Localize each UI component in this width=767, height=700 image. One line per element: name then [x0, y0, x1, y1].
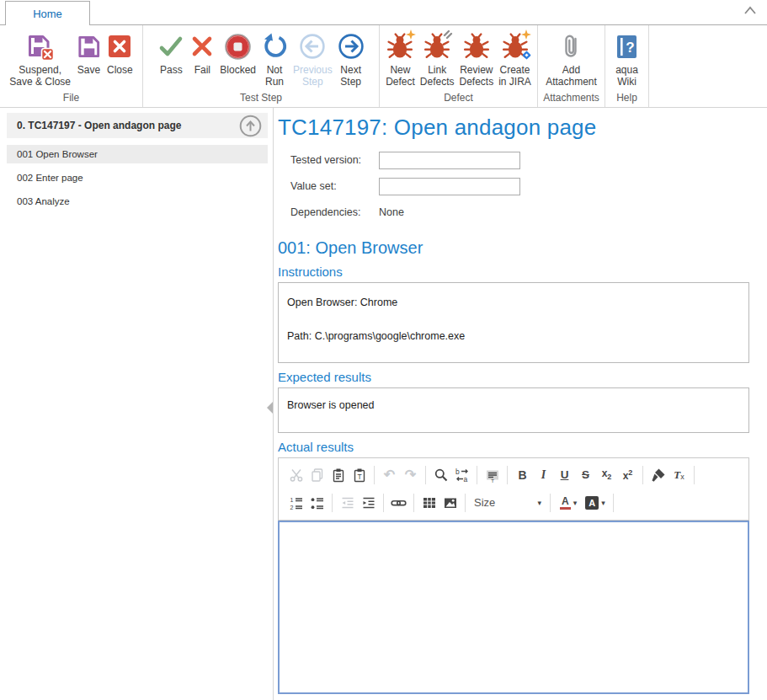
new-defect-button[interactable]: New Defect: [383, 29, 418, 89]
not-run-button[interactable]: Not Run: [258, 29, 290, 89]
ribbon-group-attachments: Add Attachment Attachments: [538, 25, 605, 107]
dependencies-row: Dependencies: None: [290, 203, 749, 222]
blocked-button[interactable]: Blocked: [217, 29, 258, 77]
next-step-button[interactable]: Next Step: [335, 29, 367, 89]
chevron-down-icon: ▾: [573, 499, 578, 507]
jira-diamond-badge-icon: [521, 50, 532, 61]
suspend-save-close-button[interactable]: Suspend, Save & Close: [7, 29, 73, 89]
blocked-stop-icon: [224, 31, 252, 61]
copy-icon: [306, 464, 328, 485]
sidebar-item-step-002[interactable]: 002 Enter page: [7, 168, 268, 187]
next-step-arrow-icon: [338, 31, 365, 61]
tab-home[interactable]: Home: [5, 1, 90, 25]
ribbon-button-label: Link Defects: [420, 64, 455, 88]
pass-button[interactable]: Pass: [155, 29, 187, 77]
ribbon-tab-bar: Home: [0, 0, 767, 25]
copy-formatting-brush-icon[interactable]: [647, 464, 668, 485]
italic-icon[interactable]: I: [533, 464, 554, 485]
bulleted-list-icon[interactable]: [306, 492, 328, 513]
aqua-wiki-button[interactable]: ? aqua Wiki: [612, 29, 642, 89]
sidebar-item-step-001[interactable]: 001 Open Browser: [7, 145, 268, 163]
subscript-icon[interactable]: x2: [596, 464, 617, 485]
numbered-list-icon[interactable]: 12: [285, 492, 306, 513]
app-window: Home Suspend, Save & Clo: [0, 0, 767, 700]
scroll-to-top-circle-icon[interactable]: [239, 115, 262, 137]
page-title: TC147197: Open andagon page: [278, 115, 749, 141]
insert-table-icon[interactable]: [418, 492, 439, 513]
add-attachment-button[interactable]: Add Attachment: [543, 29, 599, 89]
ribbon-button-label: Next Step: [340, 64, 361, 88]
ribbon-button-label: Add Attachment: [546, 64, 597, 88]
toolbar-divider: [477, 466, 477, 484]
toolbar-divider: [550, 494, 551, 512]
link-defects-button[interactable]: Link Defects: [418, 29, 457, 89]
sidebar-item-step-003[interactable]: 003 Analyze: [7, 192, 268, 211]
ribbon-group-label: Defect: [380, 89, 537, 107]
toolbar-divider: [425, 466, 426, 484]
fail-x-icon: [189, 31, 215, 61]
ribbon-button-label: aqua Wiki: [615, 64, 638, 88]
expected-results-box: Browser is opened: [278, 387, 749, 433]
toolbar-divider: [332, 494, 333, 512]
replace-icon[interactable]: ba: [451, 464, 472, 485]
font-size-select-label: Size: [474, 496, 495, 509]
link-defects-bug-icon: [424, 31, 450, 61]
svg-text:a: a: [463, 475, 467, 483]
actual-results-text-area[interactable]: [278, 521, 749, 694]
ribbon-group-label: Test Step: [143, 89, 379, 107]
toolbar-divider: [507, 466, 508, 484]
insert-image-icon[interactable]: [439, 492, 461, 513]
step-list-header[interactable]: 0. TC147197 - Open andagon page: [7, 113, 268, 138]
create-in-jira-button[interactable]: Create in JIRA: [496, 29, 534, 89]
ribbon-group-defect: New Defect Link Defects: [380, 25, 538, 107]
step-list: 001 Open Browser 002 Enter page 003 Anal…: [7, 145, 268, 211]
ribbon-button-label: Review Defects: [460, 64, 494, 88]
paste-plain-text-icon[interactable]: T: [349, 464, 370, 485]
ribbon-group-help: ? aqua Wiki Help: [605, 25, 649, 107]
svg-text:?: ?: [626, 40, 634, 56]
paste-icon[interactable]: [328, 464, 349, 485]
editor-toolbar-row-2: 12: [285, 489, 742, 516]
pass-check-icon: [157, 31, 184, 61]
find-icon[interactable]: [430, 464, 451, 485]
test-step-sidebar: 0. TC147197 - Open andagon page 001 Open…: [7, 113, 268, 216]
strikethrough-icon[interactable]: S: [575, 464, 596, 485]
increase-indent-icon[interactable]: [358, 492, 379, 513]
close-button[interactable]: Close: [104, 29, 136, 77]
sparkle-badge-icon: [406, 29, 416, 40]
remove-format-icon[interactable]: Tx: [668, 464, 690, 485]
collapse-ribbon-icon[interactable]: [743, 6, 757, 15]
create-in-jira-bug-icon: [503, 31, 528, 61]
link-badge-icon: [443, 29, 453, 40]
chevron-down-icon: ▾: [601, 499, 605, 507]
tested-version-input[interactable]: [379, 152, 520, 169]
ribbon-button-label: Previous Step: [293, 64, 333, 88]
background-color-button[interactable]: A ▾: [582, 492, 609, 513]
test-execution-panel: TC147197: Open andagon page Tested versi…: [278, 108, 749, 694]
font-size-select[interactable]: Size ▾: [470, 493, 546, 513]
underline-icon[interactable]: U: [554, 464, 575, 485]
not-run-reset-icon: [261, 31, 288, 61]
review-defects-button[interactable]: Review Defects: [457, 29, 497, 89]
ribbon-button-label: Pass: [160, 64, 183, 76]
toolbar-divider: [613, 494, 614, 512]
superscript-icon[interactable]: x2: [617, 464, 638, 485]
svg-text:T: T: [357, 473, 361, 481]
fail-button[interactable]: Fail: [187, 29, 217, 77]
value-set-input[interactable]: [379, 178, 520, 195]
previous-step-arrow-icon: [299, 31, 326, 61]
ribbon-button-label: Close: [107, 64, 133, 76]
dependencies-label: Dependencies:: [290, 206, 379, 218]
previous-step-button: Previous Step: [290, 29, 335, 89]
toolbar-divider: [374, 466, 375, 484]
bold-icon[interactable]: B: [512, 464, 533, 485]
ribbon-button-label: Blocked: [220, 64, 256, 76]
insert-link-icon[interactable]: [388, 492, 409, 513]
splitter-collapse-icon[interactable]: [267, 402, 273, 414]
save-button[interactable]: Save: [73, 29, 104, 77]
select-all-icon[interactable]: T: [482, 464, 503, 485]
text-color-button[interactable]: A ▾: [555, 492, 582, 513]
ribbon: Suspend, Save & Close Save: [0, 24, 767, 108]
instructions-line: Open Browser: Chrome: [287, 297, 740, 308]
ribbon-button-label: Suspend, Save & Close: [9, 64, 71, 88]
